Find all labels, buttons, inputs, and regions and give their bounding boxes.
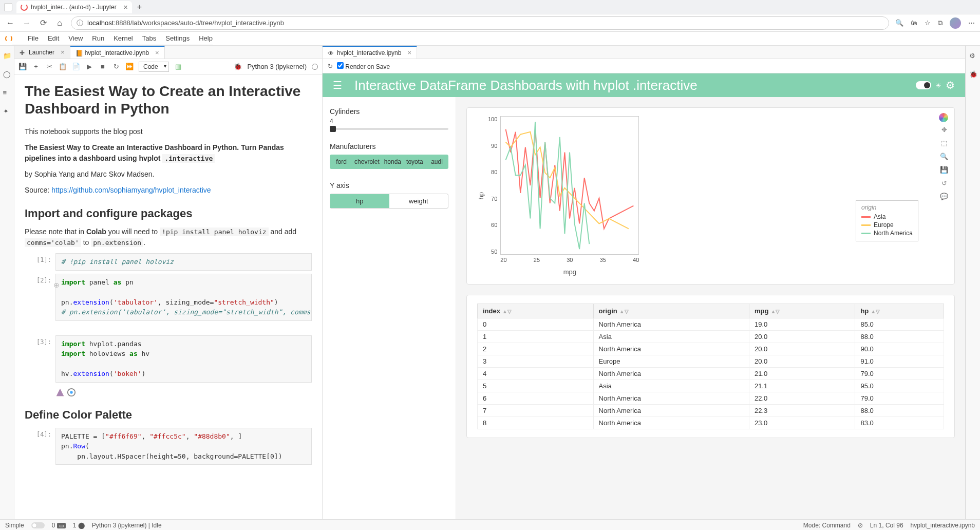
table-row[interactable]: 0North America19.085.0 xyxy=(478,318,944,331)
kernel-name[interactable]: Python 3 (ipykernel) xyxy=(247,63,307,70)
yaxis-radio[interactable]: hp weight xyxy=(330,194,448,209)
manufacturer-option[interactable]: audi xyxy=(426,155,448,168)
reset-tool-icon[interactable]: ↺ xyxy=(939,179,949,189)
table-header[interactable]: origin▲▽ xyxy=(593,304,749,318)
panel-preview-button[interactable]: ▥ xyxy=(174,63,182,70)
toc-icon[interactable]: ≡ xyxy=(3,89,11,97)
menu-file[interactable]: File xyxy=(28,34,39,42)
code-cell[interactable]: [4]: PALETTE = ["#ff6f69", "#ffcc5c", "#… xyxy=(25,428,312,465)
pan-tool-icon[interactable]: ✥ xyxy=(939,125,949,136)
restart-run-all-button[interactable]: ⏩ xyxy=(125,63,134,70)
yaxis-option-hp[interactable]: hp xyxy=(330,194,389,208)
window-controls-icon[interactable] xyxy=(4,3,12,11)
wheel-zoom-tool-icon[interactable]: 🔍 xyxy=(939,152,949,162)
table-header[interactable]: index▲▽ xyxy=(478,304,594,318)
copy-button[interactable]: 📋 xyxy=(59,63,67,70)
close-icon[interactable]: × xyxy=(407,49,411,56)
code-cell[interactable]: [3]: import hvplot.pandas import holovie… xyxy=(25,335,312,383)
menu-run[interactable]: Run xyxy=(92,34,104,42)
manufacturer-option[interactable]: ford xyxy=(330,155,352,168)
menu-kernel[interactable]: Kernel xyxy=(114,34,133,42)
close-icon[interactable]: × xyxy=(61,48,65,56)
table-row[interactable]: 1Asia20.088.0 xyxy=(478,331,944,343)
add-cell-button[interactable]: + xyxy=(32,63,40,70)
code-cell[interactable]: [2]: import panel as pn pn.extension('ta… xyxy=(25,274,312,321)
cell-type-selector[interactable]: Code xyxy=(139,62,169,72)
chart-plot[interactable] xyxy=(500,116,639,255)
cart-icon[interactable]: 🛍 xyxy=(911,19,917,27)
url-bar[interactable]: ⓘ localhost:8888/lab/workspaces/auto-d/t… xyxy=(71,16,889,30)
manufacturer-option[interactable]: honda xyxy=(382,155,404,168)
favorites-icon[interactable]: ☆ xyxy=(925,19,931,27)
menu-icon[interactable]: ⋯ xyxy=(968,19,975,27)
yaxis-option-weight[interactable]: weight xyxy=(389,194,448,208)
save-tool-icon[interactable]: 💾 xyxy=(939,165,949,176)
legend-item[interactable]: North America xyxy=(861,230,913,237)
menu-tabs[interactable]: Tabs xyxy=(142,34,156,42)
new-tab-button[interactable]: + xyxy=(137,3,142,12)
home-button[interactable]: ⌂ xyxy=(54,18,65,28)
table-header[interactable]: mpg▲▽ xyxy=(749,304,855,318)
tab-preview[interactable]: 👁 hvplot_interactive.ipynb × xyxy=(323,46,417,59)
cut-button[interactable]: ✂ xyxy=(45,63,53,70)
table-row[interactable]: 5Asia21.195.0 xyxy=(478,380,944,392)
extensions-icon[interactable]: ✦ xyxy=(3,107,11,116)
manufacturer-option[interactable]: chevrolet xyxy=(352,155,382,168)
save-button[interactable]: 💾 xyxy=(18,63,27,70)
code-cell[interactable]: [1]: # !pip install panel holoviz xyxy=(25,253,312,271)
source-link[interactable]: https://github.com/sophiamyang/hvplot_in… xyxy=(51,186,211,194)
browser-tab[interactable]: hvplot_inter... (auto-d) - Jupyter × xyxy=(16,1,132,13)
jupyter-logo[interactable] xyxy=(0,32,12,45)
notebook-tabbar: ✚ Launcher × 📙 hvplot_interactive.ipynb … xyxy=(14,46,322,59)
profile-avatar[interactable] xyxy=(950,17,961,29)
table-row[interactable]: 4North America21.079.0 xyxy=(478,368,944,380)
restart-button[interactable]: ↻ xyxy=(112,63,120,70)
table-header[interactable]: hp▲▽ xyxy=(855,304,944,318)
hamburger-icon[interactable]: ☰ xyxy=(333,79,342,91)
legend-item[interactable]: Asia xyxy=(861,213,913,220)
table-row[interactable]: 6North America22.079.0 xyxy=(478,392,944,405)
zoom-icon[interactable]: 🔍 xyxy=(895,19,903,27)
hover-tool-icon[interactable]: 💬 xyxy=(939,192,949,202)
drag-handle-icon[interactable]: ⊕ xyxy=(53,281,60,289)
file-browser-icon[interactable]: 📁 xyxy=(3,52,11,60)
kernel-status[interactable]: Python 3 (ipykernel) | Idle xyxy=(92,522,162,529)
info-icon[interactable]: ⓘ xyxy=(77,18,83,28)
tab-launcher[interactable]: ✚ Launcher × xyxy=(14,46,70,59)
debugger-icon[interactable]: 🐞 xyxy=(969,70,977,79)
reload-button[interactable]: ⟳ xyxy=(38,18,48,28)
menu-help[interactable]: Help xyxy=(199,34,213,42)
collections-icon[interactable]: ⧉ xyxy=(938,19,943,27)
close-icon[interactable]: × xyxy=(124,3,128,11)
table-row[interactable]: 3Europe20.091.0 xyxy=(478,355,944,368)
table-row[interactable]: 8North America23.083.0 xyxy=(478,417,944,429)
run-button[interactable]: ▶ xyxy=(85,63,93,70)
data-table[interactable]: index▲▽origin▲▽mpg▲▽hp▲▽ 0North America1… xyxy=(477,304,944,429)
stop-button[interactable]: ■ xyxy=(99,63,107,70)
cylinders-slider[interactable]: 4 xyxy=(330,128,448,130)
box-zoom-tool-icon[interactable]: ⬚ xyxy=(939,139,949,149)
table-row[interactable]: 7North America22.388.0 xyxy=(478,405,944,417)
legend-item[interactable]: Europe xyxy=(861,221,913,229)
bug-icon[interactable]: 🐞 xyxy=(234,63,242,70)
tab-notebook[interactable]: 📙 hvplot_interactive.ipynb × xyxy=(70,46,165,59)
manufacturers-select[interactable]: ford chevrolet honda toyota audi xyxy=(330,155,448,169)
back-button[interactable]: ← xyxy=(5,18,15,28)
property-inspector-icon[interactable]: ⚙ xyxy=(969,52,977,60)
running-icon[interactable]: ◯ xyxy=(3,70,11,79)
manufacturer-option[interactable]: toyota xyxy=(404,155,426,168)
table-row[interactable]: 2North America20.090.0 xyxy=(478,343,944,355)
menu-settings[interactable]: Settings xyxy=(165,34,190,42)
simple-mode-toggle[interactable] xyxy=(31,522,45,528)
render-on-save-checkbox[interactable]: Render on Save xyxy=(337,62,390,70)
settings-icon[interactable]: ⚙ xyxy=(946,79,955,91)
menu-view[interactable]: View xyxy=(68,34,83,42)
notebook-content[interactable]: The Easiest Way to Create an Interactive… xyxy=(14,74,322,519)
theme-toggle[interactable] xyxy=(916,81,931,89)
refresh-preview-button[interactable]: ↻ xyxy=(328,63,333,70)
notification-icon[interactable]: ⊘ xyxy=(858,522,863,529)
paste-button[interactable]: 📄 xyxy=(72,63,80,70)
close-icon[interactable]: × xyxy=(155,49,159,56)
bokeh-logo-icon[interactable] xyxy=(939,113,948,122)
menu-edit[interactable]: Edit xyxy=(48,34,59,42)
